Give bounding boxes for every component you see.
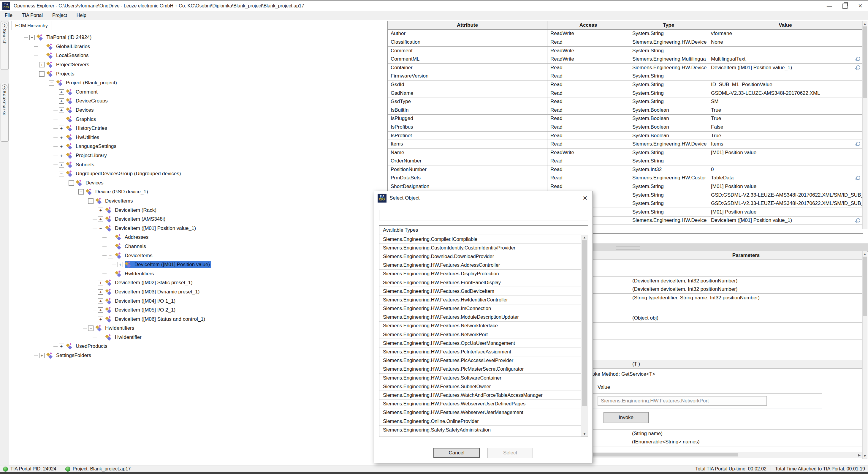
available-type-item[interactable]: Siemens.Engineering.HW.Features.ModuleDe… [379,313,581,322]
sidebar-tab-search[interactable]: ❯ Search [1,21,9,70]
collapse-icon[interactable]: − [69,180,74,186]
expand-icon[interactable]: + [98,298,103,304]
tree-item[interactable]: −DeviceItem ([M01] Position value_1) [9,224,385,233]
available-type-item[interactable]: Siemens.Engineering.HW.Features.WatchAnd… [379,391,581,399]
tree-item[interactable]: −TiaPortal (ID 24924) [9,33,385,42]
collapse-icon[interactable]: − [59,171,64,176]
tree-item[interactable]: −Projects [9,69,385,79]
table-row[interactable]: IsProfibusReadSystem.BooleanFalse [388,123,863,131]
available-type-item[interactable]: Siemens.Engineering.HW.Features.ImConnec… [379,304,581,313]
available-type-item[interactable]: Siemens.Engineering.HW.Features.AddressC… [379,261,581,270]
collapse-icon[interactable]: − [39,71,44,77]
expand-icon[interactable]: + [59,108,64,113]
menu-item-tia-portal[interactable]: TIA Portal [17,11,48,20]
magnifier-icon[interactable] [856,65,860,69]
collapse-icon[interactable]: − [79,189,84,195]
collapse-icon[interactable]: − [29,35,35,40]
tree-item[interactable]: −UngroupedDevicesGroup (Ungrouped device… [9,169,385,178]
tree-item[interactable]: GlobalLibraries [9,42,385,51]
available-type-item[interactable]: Siemens.Engineering.HW.Features.Webserve… [379,408,581,417]
collapse-icon[interactable]: − [88,198,94,204]
available-type-item[interactable]: Siemens.Engineering.HW.Features.PlcAcces… [379,356,581,365]
available-type-item[interactable]: Siemens.Engineering.HW.Features.GsdDevic… [379,287,581,296]
available-type-item[interactable]: Siemens.Engineering.HW.Features.NetworkP… [379,330,581,339]
collapse-icon[interactable]: − [88,326,94,331]
available-type-item[interactable]: Siemens.Engineering.HW.Features.PlcMaste… [379,365,581,374]
tree-item[interactable]: −DeviceItems [9,251,385,260]
collapse-icon[interactable]: − [49,80,54,86]
tree-item[interactable]: −Devices [9,178,385,188]
table-row[interactable]: ContainerReadSiemens.Engineering.HW.Devi… [388,64,863,72]
tree-item[interactable]: HwIdentifier [9,333,385,342]
table-row[interactable]: ClassificationReadSiemens.Engineering.HW… [388,38,863,47]
tree-item[interactable]: +DeviceItem ([M05] I/O 2_1) [9,305,385,315]
tree-item[interactable]: +HwUtilities [9,133,385,142]
tree-item[interactable]: Graphics [9,115,385,124]
scroll-right-icon[interactable]: ▶ [857,452,862,458]
minimize-button[interactable]: — [822,1,837,11]
methods-scrollbar[interactable]: ▲ ▼ [862,251,867,459]
scrollbar-thumb[interactable] [863,257,867,316]
table-row[interactable]: PositionNumberReadSystem.Int320 [388,166,863,174]
expand-icon[interactable]: + [98,289,103,295]
table-row[interactable]: IsProfinetReadSystem.BooleanTrue [388,131,863,140]
tree-item[interactable]: +SettingsFolders [9,351,385,360]
available-type-item[interactable]: Siemens.Engineering.HW.Features.Webserve… [379,400,581,408]
table-row[interactable]: AuthorReadWriteSystem.Stringvformane [388,30,863,38]
expand-icon[interactable]: + [98,307,103,313]
available-type-item[interactable]: Siemens.Engineering.HW.Features.HwIdenti… [379,296,581,304]
magnifier-icon[interactable] [856,218,860,223]
available-type-item[interactable]: Siemens.Engineering.HW.Features.FrontPan… [379,278,581,287]
tree-item[interactable]: +Comment [9,88,385,97]
expand-icon[interactable]: + [59,344,64,349]
tree-item[interactable]: +DeviceItem ([M06] Status and control_1) [9,315,385,324]
tree-item[interactable]: +DeviceItem ([M02] Static preset_1) [9,278,385,288]
expand-icon[interactable]: + [59,135,64,140]
tab-eom-hierarchy[interactable]: EOM Hierarchy [11,21,51,30]
available-type-item[interactable]: Siemens.Engineering.Safety.SafetyPrintou… [379,434,581,437]
sidebar-tab-bookmarks[interactable]: ❯ Bookmarks [1,83,9,142]
menu-item-help[interactable]: Help [72,11,91,20]
expand-icon[interactable]: + [98,317,103,322]
available-type-item[interactable]: Siemens.Engineering.Safety.SafetyAdminis… [379,425,581,434]
tree-item[interactable]: +DeviceItem ([M04] I/O 1_1) [9,296,385,305]
expand-icon[interactable]: + [59,153,64,158]
collapse-icon[interactable]: − [98,226,103,231]
invoke-button[interactable]: Invoke [603,412,649,423]
tree-item[interactable]: Addresses [9,233,385,242]
tree-item[interactable]: +DeviceItem (Rack) [9,206,385,215]
tree-item[interactable]: −HwIdentifiers [9,324,385,333]
table-row[interactable]: ShortDesignationReadSystem.String[M01] P… [388,182,863,191]
available-type-item[interactable]: Siemens.Engineering.Compiler.ICompilable [379,235,581,243]
collapse-icon[interactable]: − [108,253,113,258]
expand-icon[interactable]: + [59,89,64,95]
expand-icon[interactable]: + [39,62,44,67]
dialog-list-scrollbar[interactable]: ▲ ▼ [581,235,588,437]
tree-item[interactable]: +ProjectServers [9,60,385,69]
tree-item[interactable]: +DeviceGroups [9,96,385,106]
scroll-down-icon[interactable]: ▼ [581,431,588,437]
tree-item[interactable]: −Device (GSD device_1) [9,187,385,197]
select-button[interactable]: Select [488,448,533,458]
available-type-item[interactable]: Siemens.Engineering.HW.Features.SubnetOw… [379,382,581,391]
table-row[interactable]: IsPluggedReadSystem.BooleanTrue [388,115,863,123]
table-row[interactable]: GsdTypeReadSystem.StringSM [388,97,863,106]
tree-item[interactable]: +Devices [9,106,385,115]
close-button[interactable]: ✕ [852,1,868,11]
tree-item[interactable]: HwIdentifiers [9,269,385,278]
scroll-up-icon[interactable]: ▲ [863,251,867,257]
tree-item[interactable]: +ProjectLibrary [9,151,385,160]
tree-item[interactable]: LocalSessions [9,51,385,60]
available-type-item[interactable]: Siemens.Engineering.HW.Features.PcInterf… [379,348,581,356]
table-row[interactable]: ItemsReadSiemens.Engineering.HW.DeviceIt… [388,140,863,148]
tree-item[interactable]: +DeviceItem ([M01] Position value) [9,260,385,269]
tree-item[interactable]: +HistoryEntries [9,124,385,133]
table-row[interactable]: PrmDataSetsReadSiemens.Engineering.HW.Cu… [388,174,863,183]
expand-icon[interactable]: + [39,353,44,358]
tree-item[interactable]: +Subnets [9,160,385,169]
dialog-close-button[interactable]: ✕ [578,191,592,205]
available-type-item[interactable]: Siemens.Engineering.HW.Features.NetworkI… [379,322,581,330]
expand-icon[interactable]: + [98,216,103,222]
available-type-item[interactable]: Siemens.Engineering.HW.Features.Software… [379,374,581,382]
scrollbar-thumb[interactable] [863,26,867,98]
